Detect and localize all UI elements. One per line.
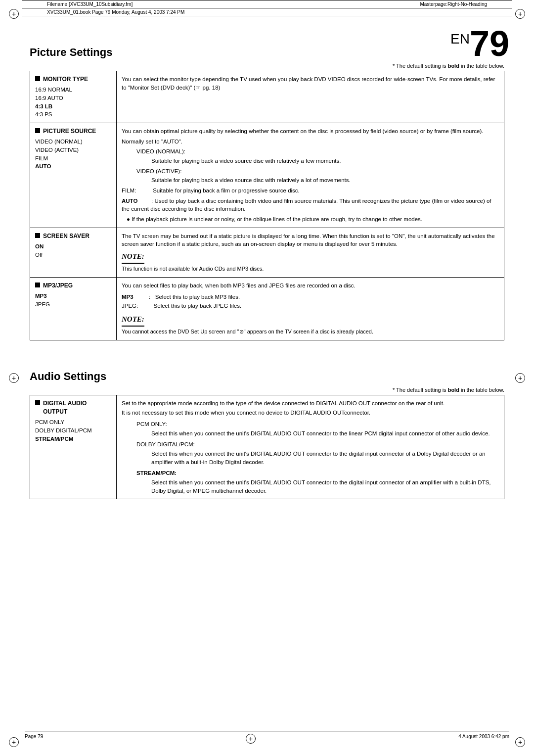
option-43-ps: 4:3 PS <box>35 110 111 119</box>
picture-source-header: PICTURE SOURCE <box>35 127 111 136</box>
screen-saver-note: NOTE: This function is not available for… <box>122 251 499 273</box>
monitor-type-left: MONITOR TYPE 16:9 NORMAL 16:9 AUTO 4:3 L… <box>30 71 117 123</box>
note-label-2: NOTE: <box>122 314 144 327</box>
picture-source-row: PICTURE SOURCE VIDEO (NORMAL) VIDEO (ACT… <box>30 123 504 228</box>
digital-audio-icon <box>35 400 40 405</box>
monitor-type-header: MONITOR TYPE <box>35 75 111 84</box>
option-jpeg: JPEG <box>35 300 111 309</box>
option-stream-pcm: STREAM/PCM <box>35 435 111 443</box>
picture-source-desc: You can obtain optimal picture quality b… <box>117 123 504 228</box>
screen-saver-header: SCREEN SAVER <box>35 232 111 240</box>
reg-mark-mid-right <box>515 373 525 383</box>
page-number-en: EN79 <box>450 26 509 61</box>
option-off: Off <box>35 251 111 259</box>
option-169-auto: 16:9 AUTO <box>35 94 111 102</box>
screen-saver-icon <box>35 233 40 238</box>
note-text-1: This function is not available for Audio… <box>122 265 499 273</box>
reg-mark-bottom-right <box>515 737 525 747</box>
footer-date: 4 August 2003 6:42 pm <box>458 734 509 744</box>
screen-saver-row: SCREEN SAVER ON Off The TV screen may be… <box>30 228 504 277</box>
audio-settings-table: DIGITAL AUDIO OUTPUT PCM ONLY DOLBY DIGI… <box>30 395 504 500</box>
page-number: 79 <box>470 24 509 63</box>
mp3-jpeg-desc: You can select files to play back, when … <box>117 277 504 340</box>
option-auto: AUTO <box>35 162 111 171</box>
mp3-note: NOTE: You cannot access the DVD Set Up s… <box>122 314 499 336</box>
option-on: ON <box>35 242 111 251</box>
en-label: EN <box>450 31 470 47</box>
monitor-type-desc: You can select the monitor type dependin… <box>117 71 504 123</box>
digital-audio-header: DIGITAL AUDIO OUTPUT <box>35 399 111 417</box>
option-film: FILM <box>35 154 111 163</box>
mp3-jpeg-icon <box>35 283 40 287</box>
option-43-lb: 4:3 LB <box>35 102 111 111</box>
option-dolby-pcm: DOLBY DIGITAL/PCM <box>35 426 111 435</box>
screen-saver-left: SCREEN SAVER ON Off <box>30 228 117 277</box>
picture-settings-table: MONITOR TYPE 16:9 NORMAL 16:9 AUTO 4:3 L… <box>30 71 504 340</box>
footer-reg-mark: + <box>246 734 256 744</box>
picture-settings-title: Picture Settings <box>30 46 504 59</box>
reg-mark-top-right <box>515 9 525 19</box>
option-video-normal: VIDEO (NORMAL) <box>35 138 111 146</box>
reg-mark-bottom-left <box>9 737 19 747</box>
digital-audio-label: DIGITAL AUDIO OUTPUT <box>43 399 111 417</box>
picture-source-label: PICTURE SOURCE <box>43 127 96 136</box>
note-text-2: You cannot access the DVD Set Up screen … <box>122 328 499 336</box>
option-169-normal: 16:9 NORMAL <box>35 86 111 94</box>
monitor-type-label: MONITOR TYPE <box>43 75 88 84</box>
picture-source-icon <box>35 128 40 133</box>
mp3-jpeg-label: MP3/JPEG <box>43 282 73 290</box>
digital-audio-desc: Set to the appropriate mode according to… <box>117 395 504 499</box>
reg-mark-top-left <box>9 9 19 19</box>
screen-saver-label: SCREEN SAVER <box>43 232 89 240</box>
note-label-1: NOTE: <box>122 251 144 264</box>
footer: Page 79 + 4 August 2003 6:42 pm <box>25 731 509 744</box>
digital-audio-row: DIGITAL AUDIO OUTPUT PCM ONLY DOLBY DIGI… <box>30 395 504 499</box>
audio-settings-title: Audio Settings <box>30 370 504 383</box>
picture-source-left: PICTURE SOURCE VIDEO (NORMAL) VIDEO (ACT… <box>30 123 117 228</box>
header-second: XVC33UM_01.book Page 79 Monday, August 4… <box>22 8 512 16</box>
option-pcm-only: PCM ONLY <box>35 418 111 426</box>
mp3-jpeg-header: MP3/JPEG <box>35 282 111 290</box>
bookinfo-label: XVC33UM_01.book Page 79 Monday, August 4… <box>47 9 184 15</box>
screen-saver-desc: The TV screen may be burned out if a sta… <box>117 228 504 277</box>
audio-default-note: * The default setting is bold in the tab… <box>30 387 504 393</box>
picture-default-note: * The default setting is bold in the tab… <box>30 63 504 69</box>
header-top: Filename [XVC33UM_10Subsidiary.fm] Maste… <box>22 0 512 8</box>
masterpage-label: Masterpage:Right-No-Heading <box>420 1 487 7</box>
monitor-type-row: MONITOR TYPE 16:9 NORMAL 16:9 AUTO 4:3 L… <box>30 71 504 123</box>
reg-mark-mid-left <box>9 373 19 383</box>
mp3-jpeg-left: MP3/JPEG MP3 JPEG <box>30 277 117 340</box>
option-mp3: MP3 <box>35 292 111 300</box>
mp3-jpeg-row: MP3/JPEG MP3 JPEG You can select files t… <box>30 277 504 340</box>
footer-page: Page 79 <box>25 734 43 744</box>
digital-audio-left: DIGITAL AUDIO OUTPUT PCM ONLY DOLBY DIGI… <box>30 395 117 499</box>
filename-label: Filename [XVC33UM_10Subsidiary.fm] <box>47 1 133 7</box>
monitor-type-icon <box>35 76 40 81</box>
option-video-active: VIDEO (ACTIVE) <box>35 146 111 154</box>
